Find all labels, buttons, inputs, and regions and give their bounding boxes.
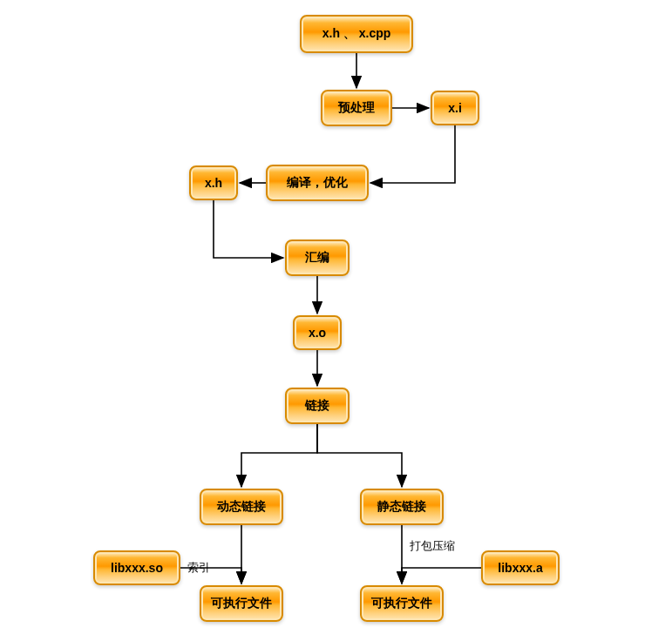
node-link: 链接 xyxy=(285,388,350,424)
edge-label-archive: 打包压缩 xyxy=(410,538,455,554)
node-xh: x.h xyxy=(189,165,238,200)
node-source: x.h 、 x.cpp xyxy=(300,15,413,53)
node-compile: 编译，优化 xyxy=(266,165,369,201)
node-preprocess: 预处理 xyxy=(321,90,392,126)
node-dynlink: 动态链接 xyxy=(200,489,283,525)
edge-label-index: 索引 xyxy=(187,560,210,576)
node-assemble: 汇编 xyxy=(285,240,350,276)
node-exe1: 可执行文件 xyxy=(200,585,283,622)
node-liba: libxxx.a xyxy=(481,550,560,585)
node-xi: x.i xyxy=(431,91,479,125)
node-exe2: 可执行文件 xyxy=(360,585,444,622)
node-xo: x.o xyxy=(293,315,342,350)
node-libso: libxxx.so xyxy=(93,550,180,585)
node-staticlink: 静态链接 xyxy=(360,489,444,525)
